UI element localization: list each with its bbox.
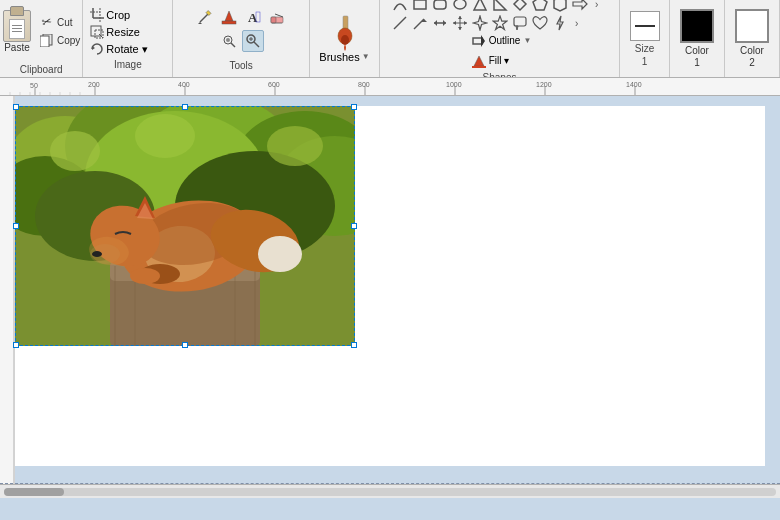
svg-point-32 <box>454 0 466 9</box>
shape-star4[interactable] <box>471 14 489 32</box>
svg-marker-34 <box>494 0 506 10</box>
color2-label: Color 2 <box>740 45 764 69</box>
shape-more2[interactable]: › <box>571 14 589 32</box>
shape-pentagon[interactable] <box>531 0 549 13</box>
clipboard-label: Clipboard <box>20 64 63 75</box>
svg-text:1000: 1000 <box>446 81 462 88</box>
shape-roundrect[interactable] <box>431 0 449 13</box>
brushes-section: Brushes ▼ <box>310 0 380 77</box>
shape-arrow[interactable] <box>411 14 429 32</box>
brushes-dropdown-arrow[interactable]: ▼ <box>362 52 370 61</box>
svg-marker-44 <box>434 20 437 26</box>
svg-rect-60 <box>472 66 486 68</box>
svg-rect-17 <box>271 17 276 23</box>
svg-text:50: 50 <box>30 82 38 89</box>
svg-marker-11 <box>198 22 202 24</box>
svg-text:600: 600 <box>268 81 280 88</box>
fill-button[interactable]: Fill ▾ <box>469 52 535 70</box>
svg-text:1200: 1200 <box>536 81 552 88</box>
color1-swatch[interactable] <box>680 9 714 43</box>
svg-text:200: 200 <box>88 81 100 88</box>
svg-point-101 <box>267 126 323 166</box>
svg-marker-45 <box>443 20 446 26</box>
size-button[interactable] <box>630 11 660 41</box>
svg-rect-13 <box>222 21 236 24</box>
svg-point-100 <box>135 114 195 158</box>
vertical-ruler <box>0 96 15 484</box>
shape-arrow-right[interactable] <box>571 0 589 13</box>
svg-marker-9 <box>92 46 95 50</box>
svg-marker-52 <box>473 16 487 30</box>
paste-button[interactable]: Paste <box>0 8 35 55</box>
shape-more[interactable]: › <box>591 0 609 13</box>
fill-tool[interactable] <box>218 6 240 28</box>
svg-marker-37 <box>554 0 566 11</box>
pencil-tool[interactable] <box>194 6 216 28</box>
svg-point-115 <box>258 236 302 272</box>
svg-line-22 <box>231 43 235 47</box>
canvas-area[interactable] <box>0 96 780 484</box>
eraser-tool[interactable] <box>266 6 288 28</box>
svg-text:1400: 1400 <box>626 81 642 88</box>
magnifier-tool[interactable] <box>242 30 264 52</box>
outline-button[interactable]: Outline ▼ <box>469 32 535 50</box>
color1-label: Color 1 <box>685 45 709 69</box>
svg-point-119 <box>92 251 102 257</box>
svg-rect-87 <box>0 96 15 484</box>
image-section: Crop Resize <box>83 0 173 77</box>
outline-arrow: ▼ <box>523 36 531 45</box>
svg-text:›: › <box>575 18 578 29</box>
svg-marker-53 <box>493 16 507 30</box>
top-ruler: 50 200 400 600 800 1000 1200 1400 <box>0 78 780 96</box>
shape-4arrow[interactable] <box>451 14 469 32</box>
size-section: Size 1 <box>620 0 670 77</box>
crop-button[interactable]: Crop <box>87 7 168 23</box>
cut-button[interactable]: ✂ Cut <box>37 14 83 30</box>
colorpicker-tool[interactable] <box>218 30 240 52</box>
scrollbar-area <box>0 484 780 498</box>
outline-icon <box>472 34 486 48</box>
copy-icon <box>40 33 54 47</box>
paste-label: Paste <box>4 42 30 53</box>
shape-hexagon[interactable] <box>551 0 569 13</box>
shape-callout[interactable] <box>511 14 529 32</box>
shape-rect[interactable] <box>411 0 429 13</box>
svg-rect-30 <box>414 0 426 9</box>
shape-doublearrow[interactable] <box>431 14 449 32</box>
brushes-button[interactable]: Brushes ▼ <box>315 11 373 67</box>
size-label: Size <box>635 43 654 54</box>
crop-label: Crop <box>106 9 130 21</box>
svg-line-19 <box>275 14 283 17</box>
shape-star5[interactable] <box>491 14 509 32</box>
svg-point-123 <box>130 268 160 284</box>
color2-swatch[interactable] <box>735 9 769 43</box>
svg-marker-56 <box>557 16 563 30</box>
scrollbar-track[interactable] <box>4 488 776 496</box>
shapes-section: › <box>380 0 620 77</box>
shape-triangle[interactable] <box>471 0 489 13</box>
shape-heart[interactable] <box>531 14 549 32</box>
rotate-button[interactable]: Rotate ▾ <box>87 41 168 57</box>
svg-marker-36 <box>533 0 547 10</box>
clipboard-section: Paste ✂ Cut Copy <box>0 0 83 77</box>
fox-svg <box>15 106 355 346</box>
shape-lightning[interactable] <box>551 14 569 32</box>
svg-marker-55 <box>516 26 518 30</box>
scrollbar-thumb[interactable] <box>4 488 64 496</box>
outline-label: Outline <box>489 35 521 46</box>
shape-diamond[interactable] <box>511 0 529 13</box>
resize-label: Resize <box>106 26 140 38</box>
svg-marker-33 <box>474 0 486 10</box>
shape-line[interactable] <box>391 14 409 32</box>
shape-ellipse[interactable] <box>451 0 469 13</box>
resize-button[interactable]: Resize <box>87 24 168 40</box>
scissors-icon: ✂ <box>40 15 54 29</box>
shape-rtriangle[interactable] <box>491 0 509 13</box>
shape-curve[interactable] <box>391 0 409 13</box>
brushes-icon <box>327 15 363 51</box>
copy-button[interactable]: Copy <box>37 32 83 48</box>
svg-marker-35 <box>514 0 526 10</box>
text-tool[interactable]: A <box>242 6 264 28</box>
svg-rect-61 <box>0 78 780 96</box>
cut-label: Cut <box>57 17 73 28</box>
